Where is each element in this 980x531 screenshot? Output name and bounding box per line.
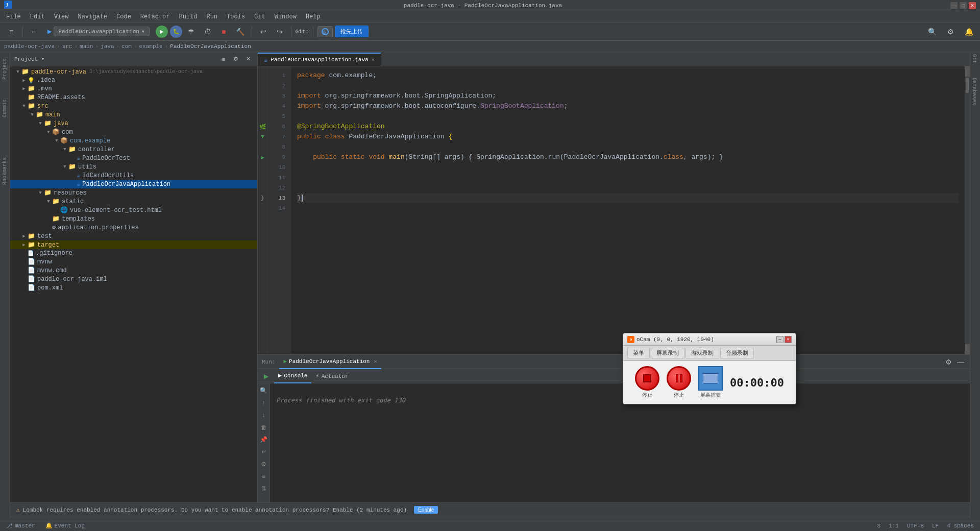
tree-app-selected[interactable]: ☕ PaddleOcrJavaApplication — [10, 180, 257, 188]
coverage-button[interactable]: ☂ — [184, 25, 199, 39]
ocam-menu-item-4[interactable]: 音频录制 — [720, 348, 754, 358]
databases-right-tab[interactable]: Databases — [970, 76, 978, 107]
rerun-button[interactable]: ▶ — [261, 371, 271, 381]
ocam-stop-button[interactable] — [635, 366, 659, 391]
tree-test[interactable]: ▶ 📁 test — [10, 232, 257, 240]
ocam-menu-item-1[interactable]: 菜单 — [627, 348, 650, 358]
console-tab[interactable]: ▶ Console — [274, 369, 311, 383]
editor-scrollbar[interactable] — [965, 66, 970, 354]
profile-button[interactable]: ⏱ — [201, 25, 215, 39]
breadcrumb-example[interactable]: example — [139, 43, 163, 50]
filter-button[interactable]: 🔍 — [259, 385, 269, 396]
run-tab-close-icon[interactable]: ✕ — [374, 358, 377, 365]
scrollbar-down-button[interactable] — [965, 344, 970, 354]
tree-idcard-utils[interactable]: ☕ IdCardOcrUtils — [10, 171, 257, 180]
ocam-pause-button[interactable] — [667, 366, 691, 391]
ocam-titlebar[interactable]: o oCam (0, 0, 1920, 1040) — ✕ — [623, 333, 796, 346]
commit-sidebar-tab[interactable]: Commit — [1, 95, 9, 122]
tree-src[interactable]: ▼ 📁 src — [10, 102, 257, 110]
breadcrumb-project[interactable]: paddle-ocr-java — [4, 43, 55, 50]
breadcrumb-file[interactable]: PaddleOcrJavaApplication — [170, 43, 251, 50]
status-input-method[interactable]: S — [875, 523, 883, 529]
tree-resources[interactable]: ▼ 📁 resources — [10, 188, 257, 197]
tree-vue-html[interactable]: 🌐 vue-element-ocr_test.html — [10, 206, 257, 214]
tree-static[interactable]: ▼ 📁 static — [10, 197, 257, 206]
run-panel-close-button[interactable]: — — [955, 357, 966, 367]
run-button[interactable]: ▶ — [156, 26, 168, 38]
project-settings-button[interactable]: ⚙ — [231, 54, 241, 64]
notifications-button[interactable]: 🔔 — [962, 25, 976, 39]
tree-com[interactable]: ▼ 📦 com — [10, 128, 257, 136]
tree-app-properties[interactable]: ⚙ application.properties — [10, 223, 257, 232]
tree-pom[interactable]: 📄 pom.xml — [10, 283, 257, 292]
tree-paddle-ocr-test[interactable]: ☕ PaddleOcrTest — [10, 154, 257, 162]
ocam-screen-button[interactable] — [698, 366, 723, 391]
menu-file[interactable]: File — [2, 12, 25, 21]
stop-button[interactable]: ■ — [217, 25, 231, 39]
editor-tab-close[interactable]: ✕ — [372, 57, 375, 63]
tree-gitignore[interactable]: 📄 .gitignore — [10, 249, 257, 257]
fold-button[interactable]: ≡ — [259, 471, 269, 481]
breadcrumb-com[interactable]: com — [121, 43, 132, 50]
ocam-close-button[interactable]: ✕ — [785, 336, 792, 343]
search-button[interactable]: 🔍 — [925, 25, 939, 39]
menu-navigate[interactable]: Navigate — [74, 12, 111, 21]
actuator-tab[interactable]: ⚡ Actuator — [311, 369, 352, 383]
scroll-down-button[interactable]: ↓ — [259, 410, 269, 420]
tree-controller[interactable]: ▼ 📁 controller — [10, 145, 257, 154]
pin-button[interactable]: 📌 — [259, 435, 269, 445]
run-tab-main[interactable]: ▶ PaddleOcrJavaApplication ✕ — [279, 355, 381, 369]
upload-button[interactable]: 抢先上传 — [335, 26, 369, 37]
debug-button[interactable]: 🐛 — [170, 26, 182, 38]
menu-code[interactable]: Code — [112, 12, 135, 21]
ocam-minimize-button[interactable]: — — [776, 336, 783, 343]
wrap-button[interactable]: ↵ — [259, 447, 269, 457]
menu-build[interactable]: Build — [175, 12, 201, 21]
tree-main[interactable]: ▼ 📁 main — [10, 110, 257, 119]
status-event-log[interactable]: 🔔 Event Log — [43, 522, 87, 529]
menu-view[interactable]: View — [50, 12, 73, 21]
ocam-menu-item-2[interactable]: 屏幕录制 — [651, 348, 684, 358]
scrollbar-track[interactable] — [965, 77, 970, 344]
tree-mvnw[interactable]: 📄 mvnw — [10, 257, 257, 266]
status-git-branch[interactable]: ⎇ master — [4, 522, 37, 529]
scrollbar-up-button[interactable] — [965, 66, 970, 77]
git-right-tab[interactable]: Git — [970, 52, 978, 65]
tree-mvn[interactable]: ▶ 📁 .mvn — [10, 84, 257, 93]
project-collapse-button[interactable]: ≡ — [218, 54, 229, 64]
build-button[interactable]: 🔨 — [233, 25, 248, 39]
tree-iml[interactable]: 📄 paddle-ocr-java.iml — [10, 275, 257, 283]
settings-button[interactable]: ⚙ — [943, 25, 958, 39]
tree-root[interactable]: ▼ 📁 paddle-ocr-java D:\javastudykeshanch… — [10, 67, 257, 76]
settings-console-button[interactable]: ⚙ — [259, 459, 269, 469]
sort-button[interactable]: ⇅ — [259, 484, 269, 494]
scrollbar-thumb[interactable] — [966, 78, 969, 93]
editor-tab-main[interactable]: ☕ PaddleOcrJavaApplication.java ✕ — [258, 53, 381, 66]
scroll-up-button[interactable]: ↑ — [259, 398, 269, 408]
tree-example[interactable]: ▼ 📦 com.example — [10, 136, 257, 145]
run-config-dropdown[interactable]: PaddleOcrJavaApplication ▾ — [54, 27, 149, 36]
menu-window[interactable]: Window — [271, 12, 301, 21]
code-content[interactable]: package com.example; import org.springfr… — [291, 66, 965, 354]
breadcrumb-main[interactable]: main — [80, 43, 93, 50]
project-dropdown-button[interactable]: ≡ — [4, 25, 18, 39]
breadcrumb-java[interactable]: java — [101, 43, 114, 50]
tree-idea[interactable]: ▶ 💡 .idea — [10, 76, 257, 84]
project-sidebar-tab[interactable]: Project — [1, 54, 9, 84]
tree-readme[interactable]: 📁 README.assets — [10, 93, 257, 102]
breadcrumb-src[interactable]: src — [62, 43, 72, 50]
status-encoding[interactable]: UTF-8 — [905, 523, 926, 529]
close-button[interactable]: ✕ — [969, 2, 976, 9]
menu-help[interactable]: Help — [302, 12, 325, 21]
project-close-button[interactable]: ✕ — [243, 54, 253, 64]
run-settings-button[interactable]: ⚙ — [943, 357, 953, 367]
redo-button[interactable]: ↪ — [273, 25, 287, 39]
tree-target[interactable]: ▶ 📁 target — [10, 240, 257, 249]
menu-edit[interactable]: Edit — [26, 12, 49, 21]
tree-mvnw-cmd[interactable]: 📄 mvnw.cmd — [10, 266, 257, 275]
clear-console-button[interactable]: 🗑 — [259, 422, 269, 432]
ocam-menu-item-3[interactable]: 游戏录制 — [685, 348, 719, 358]
minimize-button[interactable]: — — [950, 2, 958, 9]
tree-utils[interactable]: ▼ 📁 utils — [10, 162, 257, 171]
status-indent[interactable]: 4 spaces — [945, 523, 976, 529]
